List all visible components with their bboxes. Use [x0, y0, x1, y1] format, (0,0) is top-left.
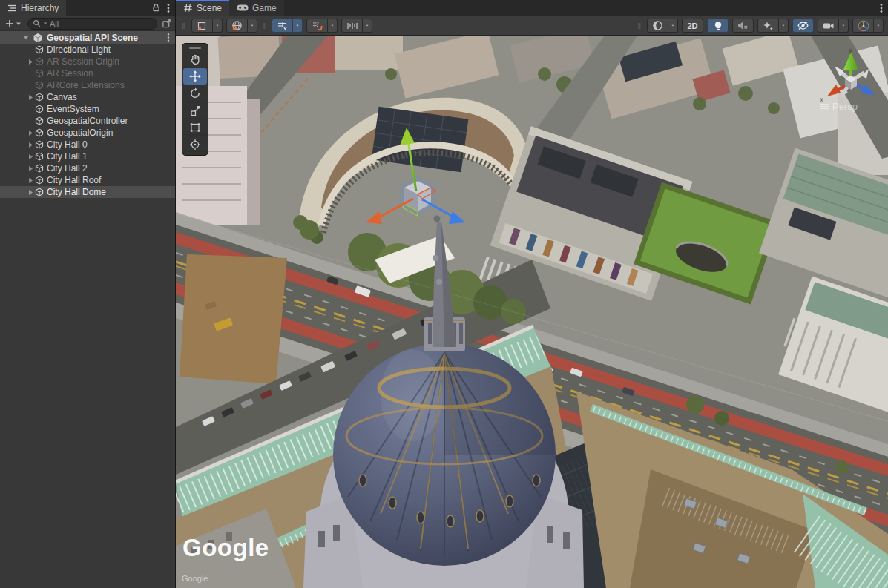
- transform-tool-icon: [189, 139, 201, 151]
- rect-tool-icon: [189, 122, 201, 133]
- hierarchy-menu-kebab-icon[interactable]: [167, 3, 170, 13]
- snap-settings[interactable]: [341, 19, 363, 33]
- snap-settings-dropdown[interactable]: [363, 19, 372, 33]
- tab-game[interactable]: Game: [229, 0, 284, 16]
- hierarchy-item[interactable]: Canvas: [0, 91, 175, 103]
- global-local-toggle[interactable]: [226, 19, 248, 33]
- scene-root-row[interactable]: Geospatial API Scene: [0, 31, 175, 44]
- move-icon: [189, 70, 201, 82]
- global-local-dropdown[interactable]: [248, 19, 257, 33]
- hierarchy-list: Directional Light AR Session Origin AR S…: [0, 44, 175, 588]
- projection-mode-label[interactable]: Persp: [820, 101, 858, 112]
- center-pivot-dropdown[interactable]: [213, 19, 223, 33]
- hierarchy-item[interactable]: City Hall 0: [0, 139, 175, 151]
- eye-hidden-icon: [797, 21, 809, 30]
- hierarchy-list-icon: [7, 4, 17, 13]
- hierarchy-item[interactable]: AR Session Origin: [0, 56, 175, 67]
- game-tab-label: Game: [252, 3, 277, 13]
- shading-mode[interactable]: [647, 19, 668, 33]
- scene-root-label: Geospatial API Scene: [47, 33, 138, 43]
- rotate-icon: [189, 87, 201, 99]
- effects-dropdown[interactable]: [779, 19, 789, 33]
- hierarchy-search-input[interactable]: All: [27, 18, 157, 30]
- camera-icon: [823, 22, 835, 30]
- hierarchy-item[interactable]: GeospatialOrigin: [0, 127, 175, 139]
- scene-root-menu-icon[interactable]: [167, 33, 170, 42]
- hierarchy-tab-label: Hierarchy: [21, 3, 59, 13]
- center-pivot-toggle[interactable]: [191, 19, 213, 33]
- scene-panel-menu-kebab-icon[interactable]: [880, 3, 883, 13]
- grid-snapping-toggle[interactable]: [272, 19, 293, 33]
- toolbar-drag-handle[interactable]: ‖: [636, 22, 643, 30]
- visibility-toggle[interactable]: [792, 19, 814, 33]
- open-search-window-button[interactable]: [162, 19, 171, 28]
- rotate-tool[interactable]: [183, 85, 207, 102]
- toolbar-drag-handle[interactable]: ‖: [261, 22, 269, 30]
- chevron-down-icon: [331, 24, 334, 27]
- scene-toolbar: ‖ ‖: [176, 16, 888, 36]
- hand-icon: [189, 53, 201, 65]
- camera-overlay[interactable]: [818, 19, 839, 33]
- hierarchy-item[interactable]: City Hall 1: [0, 151, 175, 162]
- create-object-button[interactable]: [4, 19, 23, 28]
- audio-muted-icon: [737, 21, 749, 30]
- scale-icon: [189, 105, 201, 116]
- chevron-down-icon: [16, 22, 22, 26]
- scale-tool[interactable]: [183, 102, 207, 119]
- scene-grid-icon: [183, 3, 193, 13]
- hierarchy-item-selected[interactable]: City Hall Dome: [0, 186, 175, 198]
- 2d-toggle[interactable]: 2D: [682, 19, 703, 33]
- chevron-down-icon: [671, 24, 674, 27]
- scene-tab-label: Scene: [197, 3, 222, 13]
- tab-scene[interactable]: Scene: [176, 0, 229, 16]
- overlay-menu-icon: [820, 103, 829, 110]
- foldout-open-icon: [22, 35, 30, 40]
- effects-toggle[interactable]: [757, 19, 779, 33]
- tab-hierarchy[interactable]: Hierarchy: [0, 0, 66, 16]
- snap-increment-dropdown[interactable]: [328, 19, 338, 33]
- toolbar-drag-handle[interactable]: ‖: [180, 22, 188, 30]
- hierarchy-item[interactable]: City Hall 2: [0, 162, 175, 174]
- magnet-grid-icon: [312, 20, 323, 31]
- chevron-down-icon: [877, 24, 880, 27]
- hierarchy-item[interactable]: ARCore Extensions: [0, 79, 175, 91]
- bulb-icon: [714, 21, 723, 31]
- hierarchy-tabbar: Hierarchy: [0, 0, 175, 16]
- unity-scene-icon: [33, 33, 43, 43]
- move-tool[interactable]: [183, 68, 207, 85]
- tool-palette-drag-handle[interactable]: [189, 47, 201, 49]
- hierarchy-item[interactable]: GeospatialController: [0, 115, 175, 127]
- gamepad-icon: [237, 4, 249, 12]
- chevron-down-icon: [251, 24, 254, 27]
- globe-icon: [231, 20, 243, 31]
- audio-toggle[interactable]: [732, 19, 754, 33]
- chevron-down-icon: [216, 24, 219, 27]
- hierarchy-item[interactable]: AR Session: [0, 67, 175, 79]
- chevron-down-icon: [296, 24, 299, 27]
- grid-snapping-dropdown[interactable]: [293, 19, 303, 33]
- scene-viewport[interactable]: y x Persp Google Google: [176, 36, 888, 588]
- rect-tool[interactable]: [183, 119, 207, 136]
- projection-text: Persp: [832, 101, 858, 112]
- hierarchy-item[interactable]: Directional Light: [0, 44, 175, 56]
- effects-icon: [763, 20, 774, 31]
- shaded-sphere-icon: [652, 20, 663, 31]
- chevron-down-icon: [842, 24, 845, 27]
- lock-icon[interactable]: [151, 3, 161, 13]
- gizmos-dropdown[interactable]: [874, 19, 884, 33]
- transform-tool[interactable]: [183, 136, 207, 153]
- lighting-toggle[interactable]: [707, 19, 729, 33]
- hierarchy-item[interactable]: EventSystem: [0, 103, 175, 115]
- snap-increment-toggle[interactable]: [306, 19, 328, 33]
- hierarchy-item[interactable]: City Hall Roof: [0, 174, 175, 186]
- search-icon: [33, 19, 41, 27]
- axis-y-label: y: [849, 46, 852, 54]
- chevron-down-icon: [366, 24, 369, 27]
- view-hand-tool[interactable]: [183, 51, 207, 67]
- scene-tabbar: Scene Game: [176, 0, 888, 16]
- camera-overlay-dropdown[interactable]: [839, 19, 849, 33]
- ruler-icon: [346, 21, 358, 31]
- gizmos-toggle[interactable]: [852, 19, 874, 33]
- unity-editor-window: Hierarchy All: [0, 0, 888, 588]
- shading-mode-dropdown[interactable]: [668, 19, 678, 33]
